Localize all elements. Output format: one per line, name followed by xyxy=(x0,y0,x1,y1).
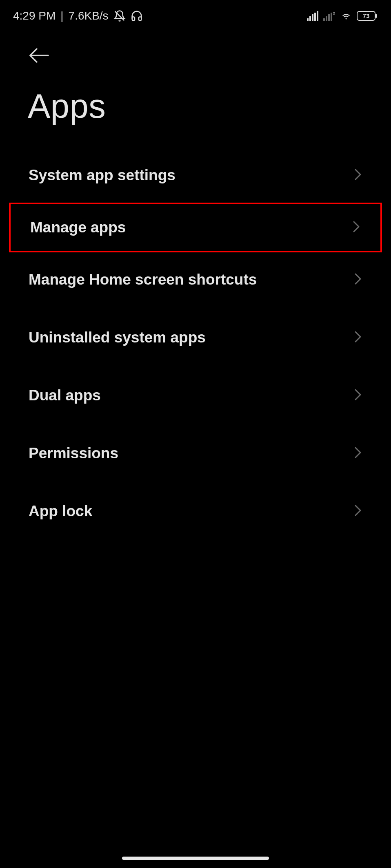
chevron-right-icon xyxy=(354,504,362,518)
chevron-right-icon xyxy=(353,221,360,234)
list-item-uninstalled-system-apps[interactable]: Uninstalled system apps xyxy=(9,309,382,367)
list-item-system-app-settings[interactable]: System app settings xyxy=(9,146,382,204)
list-item-label: Manage apps xyxy=(30,219,126,236)
list-item-dual-apps[interactable]: Dual apps xyxy=(9,367,382,424)
chevron-right-icon xyxy=(354,273,362,287)
battery-icon: 73 xyxy=(357,11,378,21)
status-right: x 73 xyxy=(307,11,378,21)
svg-rect-4 xyxy=(314,13,316,21)
signal-icon xyxy=(307,11,319,21)
svg-rect-13 xyxy=(375,14,377,18)
status-time: 4:29 PM xyxy=(13,9,56,22)
list-item-label: Permissions xyxy=(29,445,118,462)
svg-rect-2 xyxy=(309,16,311,21)
status-left: 4:29 PM | 7.6KB/s xyxy=(13,9,143,22)
svg-rect-9 xyxy=(331,13,332,21)
status-network-speed: 7.6KB/s xyxy=(69,9,109,22)
svg-rect-5 xyxy=(317,11,318,21)
battery-level-text: 73 xyxy=(363,12,370,19)
list-item-manage-home-screen-shortcuts[interactable]: Manage Home screen shortcuts xyxy=(9,251,382,309)
svg-rect-7 xyxy=(326,16,327,21)
home-indicator[interactable] xyxy=(122,857,269,860)
back-button[interactable] xyxy=(28,44,50,66)
svg-text:x: x xyxy=(333,11,335,15)
list-item-permissions[interactable]: Permissions xyxy=(9,424,382,482)
svg-rect-6 xyxy=(323,18,325,21)
list-item-label: App lock xyxy=(29,503,92,520)
status-separator: | xyxy=(60,9,63,22)
svg-rect-8 xyxy=(328,14,330,21)
svg-rect-3 xyxy=(312,14,313,21)
list-item-label: Uninstalled system apps xyxy=(29,329,206,346)
chevron-right-icon xyxy=(354,168,362,182)
chevron-right-icon xyxy=(354,446,362,460)
list-item-label: System app settings xyxy=(29,167,176,184)
chevron-right-icon xyxy=(354,389,362,402)
list-item-label: Dual apps xyxy=(29,387,101,404)
chevron-right-icon xyxy=(354,331,362,345)
svg-rect-1 xyxy=(307,18,309,21)
settings-list: System app settings Manage apps Manage H… xyxy=(0,146,391,540)
notifications-muted-icon xyxy=(113,10,126,22)
status-bar: 4:29 PM | 7.6KB/s xyxy=(0,0,391,32)
headphones-icon xyxy=(131,10,143,22)
wifi-icon xyxy=(340,11,353,21)
signal-secondary-icon: x xyxy=(323,11,335,21)
back-arrow-icon xyxy=(28,47,50,64)
page-title: Apps xyxy=(0,79,391,146)
svg-point-11 xyxy=(346,18,347,20)
list-item-manage-apps[interactable]: Manage apps xyxy=(9,203,382,252)
list-item-app-lock[interactable]: App lock xyxy=(9,482,382,540)
list-item-label: Manage Home screen shortcuts xyxy=(29,271,257,288)
header-nav xyxy=(0,32,391,79)
